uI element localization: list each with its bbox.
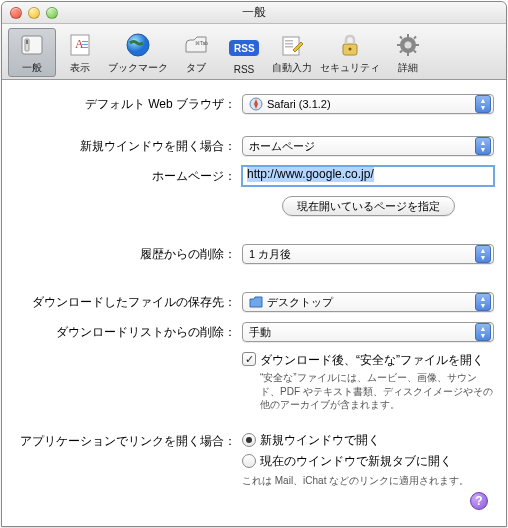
download-list-remove-popup[interactable]: 手動 ▲▼ [242,322,494,342]
toolbar-appearance[interactable]: A 表示 [56,28,104,77]
history-remove-popup[interactable]: 1 カ月後 ▲▼ [242,244,494,264]
download-location-popup[interactable]: デスクトップ ▲▼ [242,292,494,312]
toolbar-label: 自動入力 [272,61,312,75]
download-list-remove-value: 手動 [249,325,271,340]
toolbar-label: 表示 [70,61,90,75]
link-open-newtab-label: 現在のウインドウで新規タブに開く [260,453,452,470]
svg-rect-14 [285,43,293,45]
toolbar-label: タブ [186,61,206,75]
toolbar-label: 一般 [22,61,42,75]
toolbar-security[interactable]: セキュリティ [316,28,384,77]
toolbar-rss[interactable]: RSS RSS [220,31,268,77]
history-remove-value: 1 カ月後 [249,247,291,262]
download-location-label: ダウンロードしたファイルの保存先： [14,294,242,311]
toolbar-label: RSS [234,64,255,75]
updown-arrows-icon: ▲▼ [475,95,491,113]
link-open-label: アプリケーションでリンクを開く場合： [14,432,242,450]
svg-rect-24 [399,36,403,40]
svg-text:⌘Tab: ⌘Tab [195,40,208,46]
svg-rect-20 [407,34,409,38]
new-window-label: 新規ウインドウを開く場合： [14,138,242,155]
homepage-label: ホームページ： [14,168,242,185]
default-browser-value: Safari (3.1.2) [267,98,331,110]
toolbar: 一般 A 表示 ブックマーク [2,24,506,80]
svg-rect-2 [26,40,28,44]
updown-arrows-icon: ▲▼ [475,323,491,341]
svg-rect-13 [285,40,293,42]
svg-rect-23 [415,44,419,46]
updown-arrows-icon: ▲▼ [475,245,491,263]
titlebar: 一般 [2,2,506,24]
svg-rect-21 [407,52,409,56]
link-open-note: これは Mail、iChat などのリンクに適用されます。 [242,474,469,488]
safe-open-note: “安全な”ファイルには、ムービー、画像、サウンド、PDF やテキスト書類、ディス… [242,371,494,412]
svg-rect-6 [82,44,88,45]
safe-open-label: ダウンロード後、“安全な”ファイルを開く [260,352,484,369]
toolbar-label: 詳細 [398,61,418,75]
window-title: 一般 [2,4,506,21]
set-to-current-button[interactable]: 現在開いているページを指定 [282,196,455,216]
toolbar-label: セキュリティ [320,61,380,75]
help-button[interactable]: ? [470,492,488,510]
svg-point-19 [405,42,412,49]
lock-icon [335,30,365,60]
pencil-form-icon [277,30,307,60]
toolbar-advanced[interactable]: 詳細 [384,28,432,77]
rss-icon: RSS [229,33,259,63]
svg-text:RSS: RSS [234,43,255,54]
link-open-newwindow-radio[interactable] [242,433,256,447]
history-remove-label: 履歴からの削除： [14,246,242,263]
updown-arrows-icon: ▲▼ [475,137,491,155]
homepage-value: http://www.google.co.jp/ [247,166,374,182]
svg-rect-26 [413,36,417,40]
svg-rect-15 [285,46,293,48]
switch-icon [17,30,47,60]
new-window-popup[interactable]: ホームページ ▲▼ [242,136,494,156]
homepage-input[interactable]: http://www.google.co.jp/ [242,166,494,186]
toolbar-autofill[interactable]: 自動入力 [268,28,316,77]
default-browser-label: デフォルト Web ブラウザ： [14,96,242,113]
toolbar-label: ブックマーク [108,61,168,75]
folder-icon [249,296,263,308]
tab-icon: ⌘Tab [181,30,211,60]
gear-icon [393,30,423,60]
toolbar-tabs[interactable]: ⌘Tab タブ [172,28,220,77]
default-browser-popup[interactable]: Safari (3.1.2) ▲▼ [242,94,494,114]
compass-icon [249,97,263,111]
globe-icon [123,30,153,60]
toolbar-general[interactable]: 一般 [8,28,56,77]
download-location-value: デスクトップ [267,295,333,310]
svg-rect-5 [82,41,88,42]
new-window-value: ホームページ [249,139,315,154]
svg-point-17 [349,48,352,51]
svg-rect-7 [82,47,88,48]
updown-arrows-icon: ▲▼ [475,293,491,311]
link-open-newwindow-label: 新規ウインドウで開く [260,432,380,449]
toolbar-bookmarks[interactable]: ブックマーク [104,28,172,77]
svg-rect-22 [397,44,401,46]
link-open-newtab-radio[interactable] [242,454,256,468]
safe-open-checkbox[interactable] [242,352,256,366]
download-list-remove-label: ダウンロードリストからの削除： [14,324,242,341]
font-page-icon: A [65,30,95,60]
set-to-current-label: 現在開いているページを指定 [297,199,440,214]
